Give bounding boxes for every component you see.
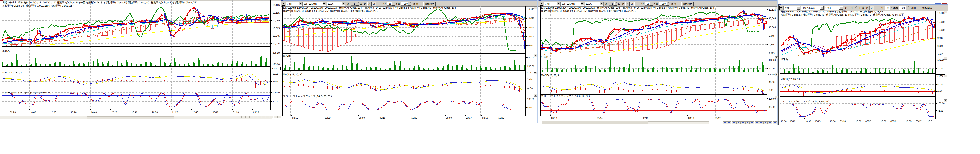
svg-text:先物: 先物 xyxy=(784,6,789,10)
svg-text:170.00: 170.00 xyxy=(937,59,945,61)
svg-text:03/19: 03/19 xyxy=(253,111,259,114)
svg-text:10,125: 10,125 xyxy=(937,12,945,14)
svg-text:9,825: 9,825 xyxy=(769,52,775,55)
svg-text:16:30: 16:30 xyxy=(805,120,811,123)
svg-text:日経225mini 12/06( 30分, 2012/03/: 日経225mini 12/06( 30分, 2012/03/09 - 2012/… xyxy=(541,6,714,9)
svg-text:足: 足 xyxy=(845,6,848,10)
svg-text:移動平均( Close, 75 ) 移動平均( Clos: 移動平均( Close, 75 ) 移動平均( Close, 75 ) 移動平均… xyxy=(283,10,377,13)
svg-text:40.00: 40.00 xyxy=(769,81,775,84)
svg-text:月: 月 xyxy=(368,2,371,5)
svg-text:10,105: 10,105 xyxy=(273,12,280,14)
svg-text:10,085: 10,085 xyxy=(527,17,535,20)
svg-text:出来高: 出来高 xyxy=(781,58,788,61)
svg-text:03/15: 03/15 xyxy=(643,117,648,119)
svg-text:9,965: 9,965 xyxy=(527,44,533,47)
svg-text:03/16: 03/16 xyxy=(891,120,896,123)
svg-text:足: 足 xyxy=(347,2,350,5)
svg-text:スロー・ストキャスティクス( 14, 3, 80, 20 ): スロー・ストキャスティクス( 14, 3, 80, 20 ) xyxy=(283,95,332,98)
svg-text:50.00: 50.00 xyxy=(769,67,775,70)
svg-text:40.00: 40.00 xyxy=(273,100,278,103)
svg-text:10,005: 10,005 xyxy=(769,26,776,29)
svg-text:適用: 適用 xyxy=(413,3,418,5)
svg-text:12:00: 12:00 xyxy=(50,111,56,114)
svg-text:30: 30 xyxy=(647,3,649,5)
svg-text:9,815: 9,815 xyxy=(937,53,943,56)
svg-text:× 100: × 100 xyxy=(272,68,277,70)
svg-text:出来高: 出来高 xyxy=(541,56,548,59)
svg-text:先物: 先物 xyxy=(544,2,550,5)
svg-text:550.00: 550.00 xyxy=(527,57,535,59)
svg-text:分: 分 xyxy=(373,2,375,5)
svg-text:16:30: 16:30 xyxy=(781,120,787,123)
svg-text:12:00: 12:00 xyxy=(498,117,504,119)
svg-text:足: 足 xyxy=(605,2,608,5)
svg-text:10,125: 10,125 xyxy=(273,4,280,6)
svg-text:16:3: 16:3 xyxy=(928,120,932,123)
svg-text:60: 60 xyxy=(887,7,889,10)
svg-text:15: 15 xyxy=(389,3,391,5)
svg-text:10,045: 10,045 xyxy=(527,26,535,29)
svg-text:出来高: 出来高 xyxy=(283,54,290,57)
svg-text:12/06: 12/06 xyxy=(585,2,592,5)
svg-text:適用: 適用 xyxy=(671,3,676,5)
svg-text:複数銘柄: 複数銘柄 xyxy=(682,3,692,5)
svg-text:03/14: 03/14 xyxy=(597,117,603,119)
svg-text:MACD( 12, 26, 9 ): MACD( 12, 26, 9 ) xyxy=(283,73,302,76)
svg-text:21:20: 21:20 xyxy=(172,111,178,114)
svg-text:出来高: 出来高 xyxy=(2,49,10,52)
svg-text:10,060: 10,060 xyxy=(937,21,945,23)
svg-text:10,005: 10,005 xyxy=(527,35,535,38)
svg-text:03/13: 03/13 xyxy=(815,120,821,123)
svg-text:100.00: 100.00 xyxy=(527,98,535,100)
svg-text:T: T xyxy=(377,2,379,5)
svg-text:125.00: 125.00 xyxy=(273,63,280,66)
svg-text:03/15: 03/15 xyxy=(292,117,298,119)
svg-text:日: 日 xyxy=(618,2,620,5)
svg-text:16:30: 16:30 xyxy=(830,120,836,123)
svg-text:スロー・ストキャスティクス( 14, 3, 80, 20 ): スロー・ストキャスティクス( 14, 3, 80, 20 ) xyxy=(541,94,590,97)
svg-text:× 1000: × 1000 xyxy=(937,75,943,78)
svg-text:10.00: 10.00 xyxy=(273,73,278,75)
svg-text:10,085: 10,085 xyxy=(273,19,280,22)
svg-text:09:20: 09:20 xyxy=(10,111,16,114)
svg-text:MACD( 12, 26, 9 ): MACD( 12, 26, 9 ) xyxy=(2,71,22,74)
svg-text:スロー・ストキャスティクス( 14, 3, 80, 20 ): スロー・ストキャスティクス( 14, 3, 80, 20 ) xyxy=(781,100,829,103)
svg-text:移動平均( Close, 75 ) 移動平均( Clos: 移動平均( Close, 75 ) 移動平均( Close, 75 ) 移動平均… xyxy=(541,10,636,13)
svg-text:45.00: 45.00 xyxy=(769,106,775,108)
svg-text:移動平均( Close, 5 ) 移動平均( Close: 移動平均( Close, 5 ) 移動平均( Close, 40 ) 移動平均(… xyxy=(781,13,904,16)
svg-text:-4.00: -4.00 xyxy=(527,87,533,90)
svg-text:分: 分 xyxy=(870,6,873,10)
svg-text:本数: 本数 xyxy=(893,6,898,10)
svg-text:分: 分 xyxy=(641,2,644,5)
svg-text:10,125: 10,125 xyxy=(769,9,776,11)
svg-text:100.00: 100.00 xyxy=(769,98,776,100)
svg-text:日経225mini: 日経225mini xyxy=(562,2,575,5)
svg-text:分: 分 xyxy=(631,2,633,5)
svg-text:-0.50: -0.50 xyxy=(273,80,278,83)
svg-text:20:00: 20:00 xyxy=(359,117,365,119)
svg-text:18:40: 18:40 xyxy=(132,111,137,114)
svg-text:0.00: 0.00 xyxy=(937,90,942,93)
svg-text:03/17: 03/17 xyxy=(213,111,218,114)
svg-text:20:00: 20:00 xyxy=(152,111,158,114)
svg-text:03/19: 03/19 xyxy=(482,117,488,119)
svg-text:03/17: 03/17 xyxy=(715,117,721,119)
svg-text:日経225mini 12/06( 60分, 2012/03/: 日経225mini 12/06( 60分, 2012/03/09 - 2012/… xyxy=(781,10,885,13)
svg-text:45.00: 45.00 xyxy=(937,110,943,112)
svg-text:12:00: 12:00 xyxy=(411,117,417,119)
svg-text:週: 週 xyxy=(622,2,625,5)
svg-text:日経225mini: 日経225mini xyxy=(304,2,317,5)
svg-text:10,065: 10,065 xyxy=(273,27,280,30)
svg-text:10:40: 10:40 xyxy=(30,111,36,114)
svg-text:本数: 本数 xyxy=(654,2,659,5)
svg-text:T: T xyxy=(875,6,877,10)
svg-text:分: 分 xyxy=(881,6,883,10)
svg-text:10,025: 10,025 xyxy=(273,43,280,45)
svg-text:10,045: 10,045 xyxy=(273,35,280,37)
svg-text:MACD( 12, 26, 9 ): MACD( 12, 26, 9 ) xyxy=(781,78,800,81)
svg-text:複数銘柄: 複数銘柄 xyxy=(425,3,434,5)
svg-text:03/15: 03/15 xyxy=(865,120,871,123)
svg-text:500: 500 xyxy=(404,3,407,5)
svg-text:20:00: 20:00 xyxy=(446,117,452,119)
svg-text:12:00: 12:00 xyxy=(325,117,331,119)
